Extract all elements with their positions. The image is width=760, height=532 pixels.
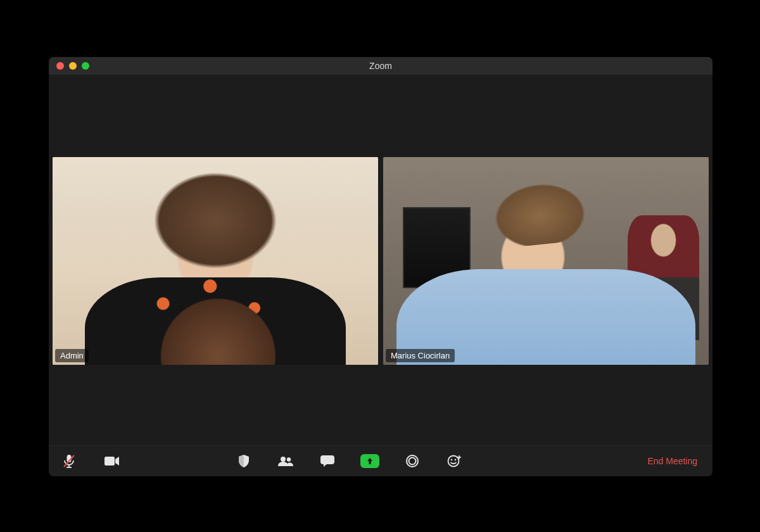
meeting-toolbar: End Meeting [49,445,712,476]
smiley-plus-icon [447,455,461,467]
chat-button[interactable] [319,452,336,470]
window-controls [56,62,89,70]
participants-button[interactable] [277,452,294,470]
reactions-button[interactable] [445,452,463,470]
participant-name-label: Admin [55,349,89,362]
share-screen-button[interactable] [360,454,379,468]
mute-button[interactable] [60,452,78,470]
svg-point-5 [281,457,286,462]
record-icon [406,455,419,467]
fullscreen-window-button[interactable] [82,62,89,70]
titlebar: Zoom [49,57,712,75]
zoom-window: Zoom Admin Marius Ciocirlan [49,57,712,476]
close-window-button[interactable] [56,62,64,70]
participant-tile-marius[interactable]: Marius Ciocirlan [383,157,709,365]
chat-icon [320,455,334,467]
record-button[interactable] [403,452,421,470]
svg-point-10 [448,456,459,467]
svg-rect-4 [104,457,115,466]
participant-name-label: Marius Ciocirlan [386,349,455,362]
security-button[interactable] [235,452,253,470]
participant-video [383,157,709,365]
minimize-window-button[interactable] [69,62,77,70]
svg-point-11 [451,459,453,461]
svg-rect-7 [320,455,334,464]
svg-point-12 [455,459,457,461]
svg-point-6 [287,457,291,461]
window-title: Zoom [369,61,392,71]
participant-video [53,157,378,365]
svg-point-9 [409,458,416,465]
video-icon [104,456,120,466]
microphone-muted-icon [63,454,75,468]
share-screen-icon [365,457,374,466]
people-icon [278,456,293,466]
video-grid: Admin Marius Ciocirlan [49,75,712,445]
shield-icon [238,455,250,467]
end-meeting-button[interactable]: End Meeting [643,453,701,469]
video-button[interactable] [103,452,121,470]
participant-tile-admin[interactable]: Admin [53,157,378,365]
